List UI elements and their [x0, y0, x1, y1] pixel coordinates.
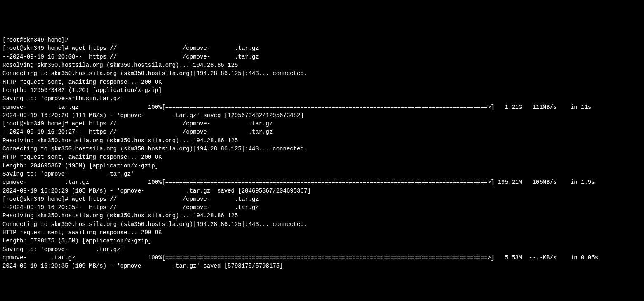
terminal-line: HTTP request sent, awaiting response... …	[2, 228, 642, 237]
terminal-line: 2024-09-19 16:20:35 (109 MB/s) - 'cpmove…	[2, 262, 642, 270]
terminal-line: Saving to: 'cpmove- .tar.gz'	[2, 170, 642, 178]
terminal-line: Length: 204695367 (195M) [application/x-…	[2, 162, 642, 170]
terminal-line: Resolving skm350.hostsila.org (skm350.ho…	[2, 136, 642, 145]
terminal-line: 2024-09-19 16:20:20 (111 MB/s) - 'cpmove…	[2, 111, 642, 120]
terminal-output[interactable]: [root@skm349 home]#[root@skm349 home]# w…	[2, 36, 642, 270]
terminal-line: [root@skm349 home]# wget https:// /cpmov…	[2, 44, 642, 52]
terminal-line: HTTP request sent, awaiting response... …	[2, 153, 642, 161]
terminal-line: HTTP request sent, awaiting response... …	[2, 78, 642, 86]
terminal-line: Resolving skm350.hostsila.org (skm350.ho…	[2, 61, 642, 69]
terminal-line: Connecting to skm350.hostsila.org (skm35…	[2, 69, 642, 78]
terminal-line: 2024-09-19 16:20:29 (105 MB/s) - 'cpmove…	[2, 187, 642, 195]
terminal-line: [root@skm349 home]# wget https:// /cpmov…	[2, 195, 642, 203]
terminal-line: --2024-09-19 16:20:08-- https:// /cpmove…	[2, 53, 642, 61]
terminal-line: [root@skm349 home]# wget https:// /cpmov…	[2, 120, 642, 128]
terminal-line: Length: 1295673482 (1.2G) [application/x…	[2, 86, 642, 94]
terminal-line: Saving to: 'cpmove- .tar.gz'	[2, 245, 642, 254]
terminal-line: cpmove- .tar.gz 100%[===================…	[2, 103, 642, 111]
terminal-line: Length: 5798175 (5.5M) [application/x-gz…	[2, 237, 642, 245]
terminal-line: Resolving skm350.hostsila.org (skm350.ho…	[2, 212, 642, 220]
terminal-line: cpmove- .tar.gz 100%[===================…	[2, 254, 642, 262]
terminal-line: [root@skm349 home]#	[2, 36, 642, 44]
terminal-line: --2024-09-19 16:20:35-- https:// /cpmove…	[2, 203, 642, 212]
terminal-line: --2024-09-19 16:20:27-- https:// /cpmove…	[2, 128, 642, 136]
terminal-line: cpmove- .tar.gz 100%[===================…	[2, 178, 642, 186]
terminal-line: Saving to: 'cpmove-artbusin.tar.gz'	[2, 94, 642, 103]
terminal-line: Connecting to skm350.hostsila.org (skm35…	[2, 220, 642, 228]
terminal-line: Connecting to skm350.hostsila.org (skm35…	[2, 145, 642, 153]
